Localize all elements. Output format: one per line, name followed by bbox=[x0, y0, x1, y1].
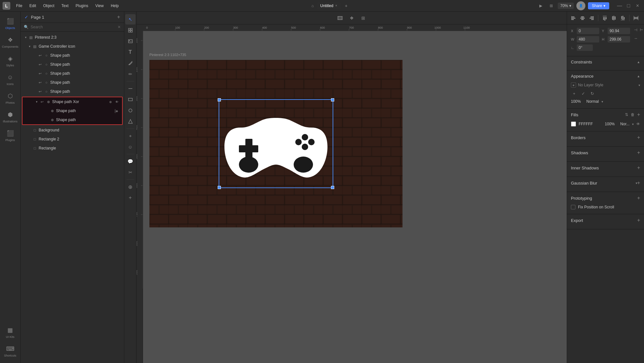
component-action[interactable]: ⊕ bbox=[108, 99, 113, 104]
menu-help[interactable]: Help bbox=[108, 2, 122, 9]
sidebar-item-shortcuts[interactable]: ⌨ Shortcuts bbox=[0, 342, 20, 360]
layer-shape4[interactable]: ↩ ○ Shape path bbox=[21, 78, 124, 87]
y-input[interactable] bbox=[608, 28, 630, 34]
grid-button[interactable]: ⊞ bbox=[547, 2, 555, 10]
aspect-lock[interactable]: ↔ bbox=[634, 36, 638, 43]
zoom-control[interactable]: 70% ▾ bbox=[558, 3, 574, 9]
zoom-tool[interactable]: ⊕ bbox=[125, 182, 136, 192]
align-center-v[interactable] bbox=[610, 14, 618, 22]
image-tool[interactable] bbox=[125, 36, 136, 46]
menu-file[interactable]: File bbox=[13, 2, 25, 9]
search-clear[interactable]: ✕ bbox=[118, 25, 121, 29]
export-add[interactable]: + bbox=[637, 217, 640, 223]
blend-mode[interactable]: Normal bbox=[586, 99, 599, 104]
fill-swatch[interactable] bbox=[571, 121, 576, 127]
gaussian-blur-add[interactable]: + bbox=[637, 180, 640, 186]
w-input[interactable] bbox=[577, 36, 599, 43]
rect-tool[interactable] bbox=[125, 94, 136, 105]
layer-rect2[interactable]: □ Rectangle 2 bbox=[21, 135, 124, 144]
sidebar-item-photos[interactable]: ⬡ Photos bbox=[0, 89, 20, 108]
visibility-action[interactable]: 👁 bbox=[114, 99, 119, 104]
fill-blend[interactable]: Nor... bbox=[620, 122, 630, 126]
fix-position-checkbox[interactable] bbox=[571, 205, 575, 209]
layer-background[interactable]: □ Background bbox=[21, 126, 124, 135]
layer-rect[interactable]: □ Rectangle bbox=[21, 144, 124, 153]
align-top[interactable] bbox=[601, 14, 609, 22]
menu-object[interactable]: Object bbox=[40, 2, 58, 9]
fill-delete-icon[interactable]: 🗑 bbox=[631, 112, 635, 117]
game-icon-tool[interactable]: ⌖ bbox=[125, 131, 136, 141]
line-tool[interactable] bbox=[125, 83, 136, 94]
minimize-button[interactable]: — bbox=[616, 2, 623, 10]
tab-add[interactable]: + bbox=[342, 2, 350, 10]
position-lock[interactable]: ⊣ bbox=[634, 28, 637, 34]
layout-tool[interactable]: ⊞ bbox=[359, 14, 368, 23]
controller-wrapper[interactable] bbox=[221, 102, 331, 186]
appearance-collapse[interactable]: ▲ bbox=[637, 74, 640, 78]
sidebar-item-components[interactable]: ❖ Components bbox=[0, 33, 20, 52]
layer-pinterest[interactable]: ▼ ▤ Pinterest 2:3 bbox=[21, 33, 124, 42]
menu-plugins[interactable]: Plugins bbox=[72, 2, 91, 9]
add-style[interactable]: + bbox=[571, 90, 577, 97]
canvas-frame[interactable] bbox=[149, 60, 402, 227]
distribute-h[interactable] bbox=[632, 14, 640, 22]
maximize-button[interactable]: □ bbox=[625, 2, 632, 10]
sidebar-item-objects[interactable]: ⬛ Objects bbox=[0, 14, 20, 33]
triangle-tool[interactable] bbox=[125, 116, 136, 127]
pencil-tool[interactable]: ✏ bbox=[125, 69, 136, 79]
frame-tool[interactable] bbox=[125, 25, 136, 35]
menu-text[interactable]: Text bbox=[58, 2, 72, 9]
sidebar-item-plugins[interactable]: ⬛ Plugins bbox=[0, 126, 20, 145]
layer-shape3[interactable]: ↩ ○ Shape path bbox=[21, 69, 124, 78]
component-tool[interactable]: ❖ bbox=[347, 14, 356, 23]
resize-tool[interactable] bbox=[336, 14, 345, 23]
layer-style-arrow[interactable]: ▾ bbox=[639, 83, 640, 87]
h-input[interactable] bbox=[608, 36, 630, 43]
user-avatar[interactable]: 👤 bbox=[576, 1, 585, 10]
select-tool[interactable]: ↖ bbox=[125, 14, 136, 24]
layer-gc-icon[interactable]: ▼ ▤ Game Controller icon bbox=[21, 42, 124, 51]
scissors-tool[interactable]: ✂ bbox=[125, 167, 136, 177]
constraints-collapse[interactable]: ▲ bbox=[637, 60, 640, 64]
pan-tool[interactable]: + bbox=[125, 193, 136, 203]
search-input[interactable] bbox=[31, 25, 116, 29]
circle-tool[interactable] bbox=[125, 105, 136, 116]
shadows-add[interactable]: + bbox=[637, 150, 640, 156]
close-button[interactable]: × bbox=[634, 2, 641, 10]
refresh-style[interactable]: ↻ bbox=[589, 90, 595, 97]
fill-add-icon[interactable]: + bbox=[637, 112, 640, 118]
sidebar-item-styles[interactable]: ◈ Styles bbox=[0, 52, 20, 70]
menu-edit[interactable]: Edit bbox=[26, 2, 39, 9]
borders-add[interactable]: + bbox=[637, 135, 640, 140]
expand-icon[interactable]: ▼ bbox=[34, 99, 39, 104]
text-tool[interactable]: T bbox=[125, 47, 136, 57]
sidebar-item-illustrations[interactable]: ⬢ Illustrations bbox=[0, 108, 20, 126]
layer-shape2[interactable]: ↩ ○ Shape path bbox=[21, 60, 124, 69]
align-right[interactable] bbox=[588, 14, 595, 22]
x-input[interactable] bbox=[577, 28, 599, 34]
play-button[interactable]: ▶ bbox=[537, 2, 545, 10]
sidebar-item-ui-kits[interactable]: ▦ UI Kits bbox=[0, 323, 20, 342]
position-reset[interactable]: ⊢ bbox=[640, 28, 643, 34]
expand-icon[interactable]: ▼ bbox=[23, 35, 28, 40]
canvas-content[interactable]: Pinterest 2:3 1102×735 bbox=[143, 31, 567, 363]
angle-input[interactable] bbox=[577, 44, 593, 51]
align-center-h[interactable] bbox=[579, 14, 586, 22]
layer-xor-child2[interactable]: ⊗ Shape path bbox=[23, 115, 122, 124]
layer-xor-child1[interactable]: ⊗ Shape path ◈ | bbox=[23, 106, 122, 115]
tab-untitled[interactable]: Untitled × bbox=[317, 2, 341, 9]
share-button[interactable]: Share ▾ bbox=[588, 2, 609, 9]
tab-close[interactable]: × bbox=[335, 4, 337, 7]
page-add-button[interactable]: + bbox=[117, 14, 120, 20]
align-bottom[interactable] bbox=[619, 14, 627, 22]
menu-view[interactable]: View bbox=[92, 2, 107, 9]
expand-icon[interactable]: ▼ bbox=[27, 44, 32, 49]
layer-shape-xor[interactable]: ▼ ↩ ⊗ Shape path Xor ⊕ 👁 bbox=[23, 97, 122, 106]
sidebar-item-icons[interactable]: ☺ Icons bbox=[0, 70, 20, 89]
check-style[interactable]: ✓ bbox=[580, 90, 586, 97]
person-tool[interactable]: ☺ bbox=[125, 142, 136, 152]
fill-sort-icon[interactable]: ⇅ bbox=[625, 112, 628, 117]
pen-tool[interactable] bbox=[125, 58, 136, 68]
align-left[interactable] bbox=[570, 14, 577, 22]
comment-tool[interactable]: 💬 bbox=[125, 156, 136, 167]
